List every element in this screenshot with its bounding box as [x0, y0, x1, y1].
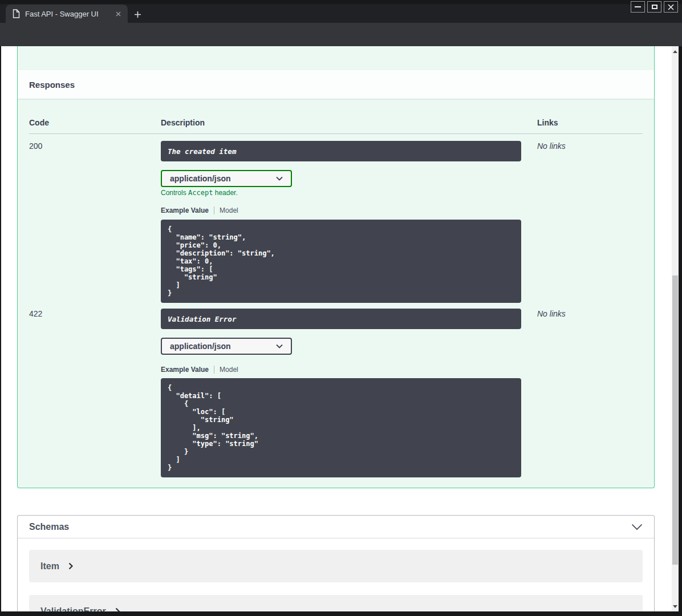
chevron-down-icon	[276, 344, 283, 348]
maximize-button[interactable]	[647, 1, 661, 13]
window-titlebar: Fast API - Swagger UI	[0, 0, 682, 23]
tab-divider	[214, 366, 214, 374]
media-type-value: application/json	[170, 342, 231, 351]
response-code: 200	[29, 134, 161, 303]
scrollbar-thumb[interactable]	[672, 275, 678, 565]
tab-model[interactable]: Model	[220, 366, 238, 374]
scroll-up-button[interactable]	[672, 47, 679, 55]
response-description: Validation Error	[161, 309, 521, 329]
column-header-code: Code	[29, 118, 161, 127]
tab-title: Fast API - Swagger UI	[25, 10, 108, 18]
browser-tab[interactable]: Fast API - Swagger UI	[6, 5, 128, 23]
chevron-right-icon	[115, 607, 120, 611]
post-opblock: Responses Code Description Links 200 The…	[17, 46, 655, 488]
model-validationerror[interactable]: ValidationError	[29, 595, 643, 611]
close-icon	[116, 11, 121, 17]
scroll-down-icon	[673, 605, 677, 608]
responses-table-header: Code Description Links	[29, 99, 643, 134]
page-content: Responses Code Description Links 200 The…	[1, 46, 672, 611]
links-value: No links	[537, 303, 643, 477]
scroll-up-icon	[673, 50, 677, 53]
tab-model[interactable]: Model	[220, 206, 238, 214]
window-border-left	[0, 46, 1, 616]
close-icon	[668, 4, 674, 10]
minimize-icon	[635, 6, 641, 7]
chevron-right-icon	[68, 562, 74, 570]
example-json-422: { "detail": [ { "loc": [ "string" ], "ms…	[161, 378, 521, 477]
media-type-value: application/json	[170, 174, 231, 183]
accept-header-note: Controls Accept header.	[161, 189, 521, 197]
tab-close-button[interactable]	[113, 9, 123, 19]
response-description: The created item	[161, 141, 521, 161]
chevron-down-icon[interactable]	[631, 524, 643, 530]
links-value: No links	[537, 134, 643, 303]
window-border-bottom	[0, 611, 682, 616]
column-header-description: Description	[161, 118, 537, 127]
chevron-down-icon	[276, 176, 283, 181]
scroll-down-button[interactable]	[672, 602, 679, 610]
column-header-links: Links	[537, 118, 643, 127]
window-border-right	[679, 46, 682, 616]
minimize-button[interactable]	[631, 1, 645, 13]
maximize-icon	[652, 5, 657, 9]
media-type-select[interactable]: application/json	[161, 170, 292, 187]
model-name: ValidationError	[40, 606, 106, 612]
scrollbar[interactable]	[672, 46, 679, 611]
model-item[interactable]: Item	[29, 550, 643, 582]
schemas-list: Item ValidationError	[18, 538, 654, 611]
media-type-select[interactable]: application/json	[161, 338, 292, 355]
responses-section-header: Responses	[18, 70, 654, 99]
window-top-border	[0, 0, 682, 4]
schemas-title: Schemas	[29, 522, 69, 532]
response-row-422: 422 Validation Error application/json Ex…	[29, 303, 643, 477]
responses-title: Responses	[29, 80, 75, 90]
schemas-section: Schemas Item ValidationError	[17, 515, 655, 611]
tab-example-value[interactable]: Example Value	[161, 366, 209, 374]
browser-toolbar: 127.0.0.1:8000/docs	[0, 23, 682, 46]
response-row-200: 200 The created item application/json Co…	[29, 134, 643, 303]
model-name: Item	[40, 561, 59, 572]
window-close-button[interactable]	[664, 1, 678, 13]
plus-icon	[134, 11, 141, 18]
document-favicon-icon	[13, 9, 20, 18]
tab-divider	[214, 206, 214, 214]
schemas-header[interactable]: Schemas	[18, 516, 654, 538]
new-tab-button[interactable]	[130, 7, 145, 22]
example-json-200: { "name": "string", "price": 0, "descrip…	[161, 220, 521, 303]
tab-example-value[interactable]: Example Value	[161, 206, 209, 214]
responses-table: Code Description Links 200 The created i…	[18, 99, 654, 477]
response-code: 422	[29, 303, 161, 477]
